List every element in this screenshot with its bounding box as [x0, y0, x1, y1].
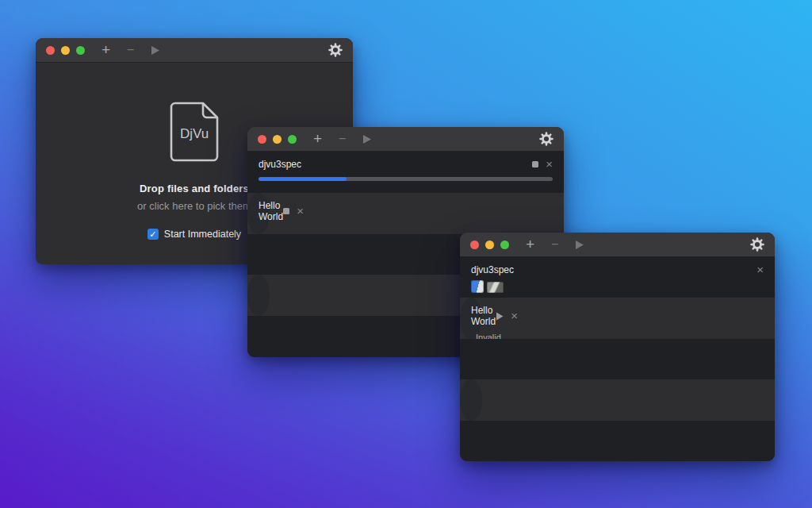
minimize-window-button[interactable]: [485, 241, 494, 249]
remove-button[interactable]: −: [551, 233, 558, 256]
progress-fill: [259, 177, 347, 181]
results-window: + − djvu3spec ×: [460, 233, 775, 461]
start-all-button[interactable]: [151, 45, 160, 56]
start-immediately-option[interactable]: ✓ Start Immediately: [147, 229, 241, 240]
zoom-window-button[interactable]: [288, 135, 297, 144]
play-icon: [362, 134, 372, 144]
finder-file-thumbnail[interactable]: [471, 280, 484, 293]
file-name: djvu3spec: [471, 264, 514, 275]
start-all-button[interactable]: [575, 240, 584, 250]
close-icon[interactable]: ×: [756, 266, 764, 274]
retry-button[interactable]: [496, 312, 504, 321]
add-files-button[interactable]: +: [102, 39, 110, 61]
results-list: djvu3spec × Hello World ×: [460, 257, 775, 461]
output-thumbnails: [471, 280, 764, 293]
empty-row: [460, 339, 775, 379]
titlebar: + −: [247, 127, 564, 152]
settings-button[interactable]: [328, 43, 343, 57]
file-icon-label: DjVu: [180, 126, 209, 141]
traffic-lights: [46, 46, 85, 55]
traffic-lights: [470, 241, 509, 249]
add-files-button[interactable]: +: [526, 233, 534, 256]
close-icon[interactable]: ×: [546, 160, 553, 168]
settings-button[interactable]: [539, 132, 553, 146]
gear-icon: [750, 237, 764, 252]
empty-row: [460, 421, 775, 461]
start-immediately-checkbox[interactable]: ✓: [147, 229, 159, 240]
gear-icon: [539, 132, 553, 146]
settings-button[interactable]: [750, 237, 764, 252]
conversion-row-djvu3spec: djvu3spec ×: [247, 152, 564, 193]
minimize-window-button[interactable]: [273, 135, 282, 144]
close-window-button[interactable]: [46, 46, 55, 55]
close-icon[interactable]: ×: [511, 312, 518, 320]
play-icon: [151, 45, 160, 56]
start-all-button[interactable]: [362, 134, 372, 144]
titlebar: + −: [460, 233, 775, 257]
minimize-window-button[interactable]: [61, 46, 70, 55]
remove-button[interactable]: −: [127, 39, 134, 61]
drop-title: Drop files and folders: [140, 183, 249, 194]
checkmark-icon: ✓: [149, 230, 156, 239]
djvu-file-icon: DjVu: [169, 101, 220, 163]
traffic-lights: [258, 135, 297, 144]
gear-icon: [328, 43, 343, 57]
result-row-djvu3spec: djvu3spec ×: [460, 257, 775, 298]
empty-row: [460, 379, 482, 420]
play-icon: [575, 240, 584, 250]
titlebar: + −: [36, 38, 353, 63]
drop-subtitle: or click here to pick them: [137, 200, 251, 212]
stop-icon[interactable]: [532, 161, 538, 167]
file-name: Hello World: [471, 305, 496, 327]
zoom-window-button[interactable]: [500, 241, 509, 249]
conversion-row-hello-world: Hello World ×: [247, 193, 270, 234]
empty-row: [247, 275, 270, 316]
add-files-button[interactable]: +: [313, 128, 322, 150]
result-row-hello-world: Hello World × Invalid File Format: [460, 298, 482, 338]
progress-bar: [259, 177, 553, 181]
start-immediately-label: Start Immediately: [164, 229, 241, 240]
file-name: Hello World: [259, 200, 283, 222]
play-icon: [496, 312, 504, 321]
close-window-button[interactable]: [258, 135, 266, 144]
zoom-window-button[interactable]: [76, 46, 85, 55]
stop-icon[interactable]: [283, 208, 289, 214]
file-name: djvu3spec: [259, 159, 301, 170]
image-thumbnail[interactable]: [487, 282, 504, 293]
remove-button[interactable]: −: [339, 128, 346, 150]
close-window-button[interactable]: [470, 241, 479, 249]
close-icon[interactable]: ×: [297, 207, 304, 215]
